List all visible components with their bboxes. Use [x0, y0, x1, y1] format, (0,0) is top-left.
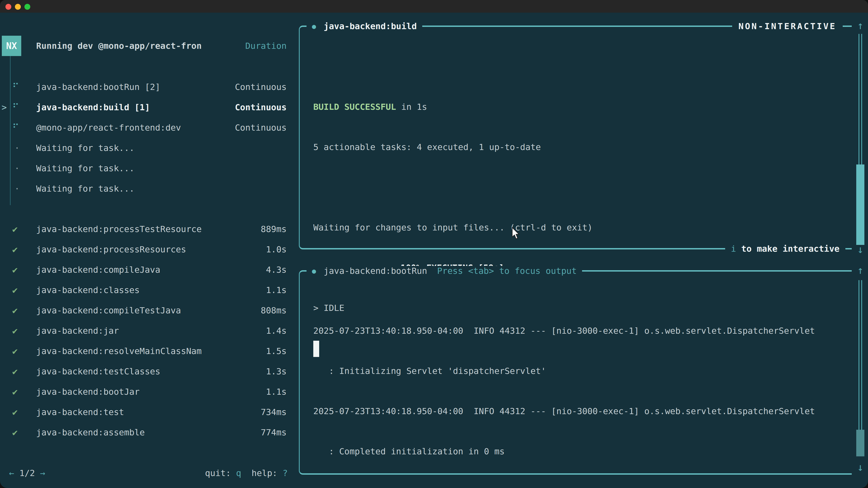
zoom-window-button[interactable] — [24, 4, 30, 10]
running-task-row[interactable]: ⠋ @mono-app/react-frontend:dev Continuou… — [0, 118, 299, 138]
task-duration: 1.5s — [266, 346, 287, 356]
quit-hint-label: quit: — [205, 468, 236, 478]
bootrun-progress-bar: ════════════ — [329, 487, 391, 488]
task-name: java-backend:processResources — [36, 245, 266, 254]
waiting-task-row[interactable]: · Waiting for task... — [0, 178, 299, 199]
completed-task-row[interactable]: ✔ java-backend:jar 1.4s — [0, 321, 299, 341]
task-name: java-backend:build [1] — [36, 102, 235, 112]
task-duration: 1.1s — [266, 285, 287, 295]
scrollbar-thumb[interactable] — [856, 430, 864, 456]
bootrun-panel-task-name: java-backend:bootRun — [324, 266, 427, 276]
task-duration: 1.1s — [266, 387, 287, 397]
completed-task-row[interactable]: ✔ java-backend:testClasses 1.3s — [0, 361, 299, 382]
check-icon: ✔ — [12, 224, 18, 234]
task-list-header: Running dev @mono-app/react-fron Duratio… — [0, 36, 299, 56]
duration-column-header: Duration — [245, 41, 287, 51]
scrollbar-track[interactable] — [859, 280, 862, 452]
page-indicator: 1/2 — [20, 468, 35, 478]
build-panel-title: ● java-backend:build — [307, 21, 422, 31]
build-successful-text: BUILD SUCCESSFUL — [313, 102, 396, 112]
build-output-panel: ● java-backend:build NON-INTERACTIVE i t… — [299, 26, 852, 250]
scroll-down-icon[interactable]: ↓ — [857, 461, 864, 473]
task-duration: 774ms — [261, 427, 287, 437]
task-name: java-backend:compileJava — [36, 265, 266, 275]
completed-task-row[interactable]: ✔ java-backend:assemble 774ms — [0, 422, 299, 443]
run-command-title: Running dev @mono-app/react-fron — [36, 41, 245, 51]
task-name: @mono-app/react-frontend:dev — [36, 123, 235, 133]
task-status: Continuous — [235, 123, 287, 133]
task-name: java-backend:bootRun [2] — [36, 82, 235, 92]
task-duration: 1.4s — [266, 326, 287, 336]
non-interactive-badge: NON-INTERACTIVE — [732, 21, 843, 31]
build-panel-task-name: java-backend:build — [324, 21, 417, 31]
bootrun-terminal-output: 2025-07-23T13:40:18.950-04:00 INFO 44312… — [313, 301, 815, 488]
task-name: Waiting for task... — [36, 163, 287, 173]
running-bullet-icon: ● — [312, 267, 316, 275]
bootrun-panel-title: ● java-backend:bootRun Press <tab> to fo… — [307, 266, 582, 276]
progress-prefix: <<< — [313, 487, 329, 488]
check-icon: ✔ — [12, 305, 18, 316]
scroll-up-icon[interactable]: ↑ — [857, 264, 864, 276]
waiting-task-row[interactable]: · Waiting for task... — [0, 158, 299, 178]
task-name: java-backend:resolveMainClassNam — [36, 346, 266, 356]
completed-task-row[interactable]: ✔ java-backend:processResources 1.0s — [0, 239, 299, 260]
page-prev-arrow[interactable]: ← — [9, 468, 14, 478]
task-name: java-backend:bootJar — [36, 387, 266, 397]
interactive-hint-text: to make interactive — [741, 244, 839, 254]
check-icon: ✔ — [12, 366, 18, 377]
page-next-arrow[interactable]: → — [40, 468, 45, 478]
completed-task-row[interactable]: ✔ java-backend:classes 1.1s — [0, 280, 299, 300]
waiting-task-list: · Waiting for task... · Waiting for task… — [0, 138, 299, 199]
spinner-icon: ⠋ — [12, 102, 19, 113]
pager: ← 1/2 → — [9, 468, 45, 478]
task-name: java-backend:testClasses — [36, 366, 266, 377]
task-status: Continuous — [235, 102, 287, 112]
bootrun-progress-line: <<<════════════---> 80% EXECUTING [59s] — [313, 482, 815, 488]
task-duration: 4.3s — [266, 265, 287, 275]
task-name: Waiting for task... — [36, 143, 287, 153]
check-icon: ✔ — [12, 427, 18, 437]
bootrun-progress-status: 80% EXECUTING [59s] — [412, 487, 515, 488]
completed-task-row[interactable]: ✔ java-backend:processTestResource 889ms — [0, 219, 299, 239]
help-hint-label: help: — [252, 468, 283, 478]
check-icon: ✔ — [12, 346, 18, 356]
running-bullet-icon: ● — [312, 22, 316, 30]
check-icon: ✔ — [12, 285, 18, 295]
task-name: Waiting for task... — [36, 184, 287, 194]
focus-output-hint: Press <tab> to focus output — [437, 266, 577, 276]
completed-task-row[interactable]: ✔ java-backend:bootJar 1.1s — [0, 382, 299, 402]
completed-task-row[interactable]: ✔ java-backend:test 734ms — [0, 402, 299, 422]
check-icon: ✔ — [12, 407, 18, 417]
close-window-button[interactable] — [5, 4, 11, 10]
waiting-task-row[interactable]: · Waiting for task... — [0, 138, 299, 158]
task-name: java-backend:assemble — [36, 427, 261, 437]
scroll-down-icon[interactable]: ↓ — [857, 243, 864, 256]
task-duration: 808ms — [261, 305, 287, 315]
log-line: 2025-07-23T13:40:18.950-04:00 INFO 44312… — [313, 401, 815, 421]
minimize-window-button[interactable] — [15, 4, 21, 10]
running-task-row[interactable]: ⠋ java-backend:bootRun [2] Continuous — [0, 77, 299, 97]
build-time-text: in 1s — [396, 102, 427, 112]
check-icon: ✔ — [12, 326, 18, 336]
waiting-dot-icon: · — [14, 163, 20, 173]
quit-key: q — [236, 468, 241, 478]
running-task-row[interactable]: > ⠋ java-backend:build [1] Continuous — [0, 97, 299, 118]
log-line-wrap: : Completed initialization in 0 ms — [313, 441, 815, 462]
make-interactive-hint: i to make interactive — [725, 244, 845, 254]
build-summary-line: 5 actionable tasks: 4 executed, 1 up-to-… — [313, 137, 592, 157]
keyboard-hints: quit: q help: ? — [205, 468, 288, 478]
completed-task-list: ✔ java-backend:processTestResource 889ms… — [0, 219, 299, 443]
blank-line — [313, 177, 592, 197]
build-result-line: BUILD SUCCESSFUL in 1s — [313, 97, 592, 117]
scroll-up-icon[interactable]: ↑ — [857, 20, 864, 32]
completed-task-row[interactable]: ✔ java-backend:resolveMainClassNam 1.5s — [0, 341, 299, 361]
task-status: Continuous — [235, 82, 287, 92]
running-task-list: ⠋ java-backend:bootRun [2] Continuous > … — [0, 77, 299, 138]
completed-task-row[interactable]: ✔ java-backend:compileJava 4.3s — [0, 260, 299, 280]
spinner-icon: ⠋ — [12, 122, 19, 133]
task-duration: 889ms — [261, 224, 287, 234]
titlebar — [0, 0, 868, 13]
completed-task-row[interactable]: ✔ java-backend:compileTestJava 808ms — [0, 300, 299, 321]
scrollbar-thumb[interactable] — [856, 164, 864, 245]
bootrun-output-panel: ● java-backend:bootRun Press <tab> to fo… — [299, 270, 852, 475]
